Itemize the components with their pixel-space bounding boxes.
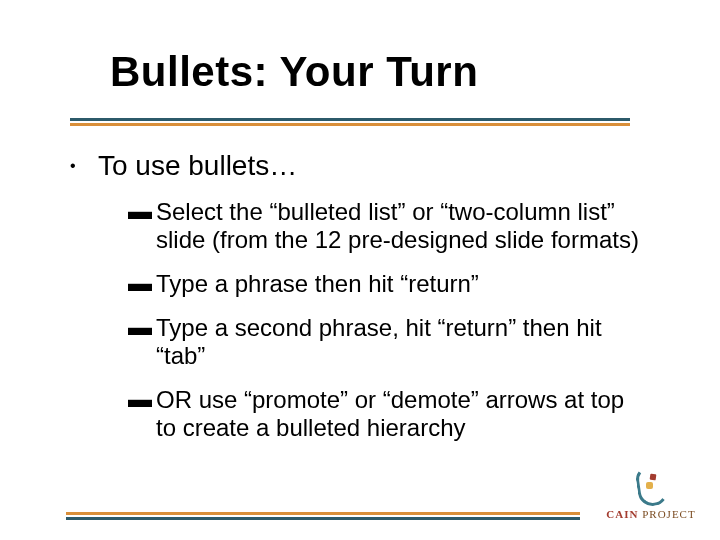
bullet-level2-item: ▬ Type a phrase then hit “return” (128, 270, 640, 298)
bullet-level2-item: ▬ Type a second phrase, hit “return” the… (128, 314, 640, 370)
logo-text-cain: CAIN (606, 508, 638, 520)
bullet-level2-text: OR use “promote” or “demote” arrows at t… (156, 386, 640, 442)
slide-body: • To use bullets… ▬ Select the “bulleted… (70, 150, 640, 442)
logo-text: CAIN PROJECT (596, 508, 706, 520)
bullet-level1-text: To use bullets… (98, 150, 297, 182)
dash-icon: ▬ (128, 386, 156, 412)
dash-icon: ▬ (128, 314, 156, 340)
bullet-level2-item: ▬ Select the “bulleted list” or “two-col… (128, 198, 640, 254)
bullet-level2-text: Type a phrase then hit “return” (156, 270, 479, 298)
dash-icon: ▬ (128, 198, 156, 224)
bullet-dot-icon: • (70, 150, 98, 182)
slide-title: Bullets: Your Turn (110, 48, 478, 96)
cain-project-logo: CAIN PROJECT (596, 466, 706, 520)
bullet-level2-item: ▬ OR use “promote” or “demote” arrows at… (128, 386, 640, 442)
slide: Bullets: Your Turn • To use bullets… ▬ S… (0, 0, 720, 540)
bullet-level1: • To use bullets… (70, 150, 640, 182)
bullet-level2-text: Type a second phrase, hit “return” then … (156, 314, 640, 370)
bullet-level2-list: ▬ Select the “bulleted list” or “two-col… (128, 198, 640, 442)
bullet-level2-text: Select the “bulleted list” or “two-colum… (156, 198, 640, 254)
logo-text-project: PROJECT (642, 508, 695, 520)
logo-mark-icon (637, 466, 665, 502)
dash-icon: ▬ (128, 270, 156, 296)
